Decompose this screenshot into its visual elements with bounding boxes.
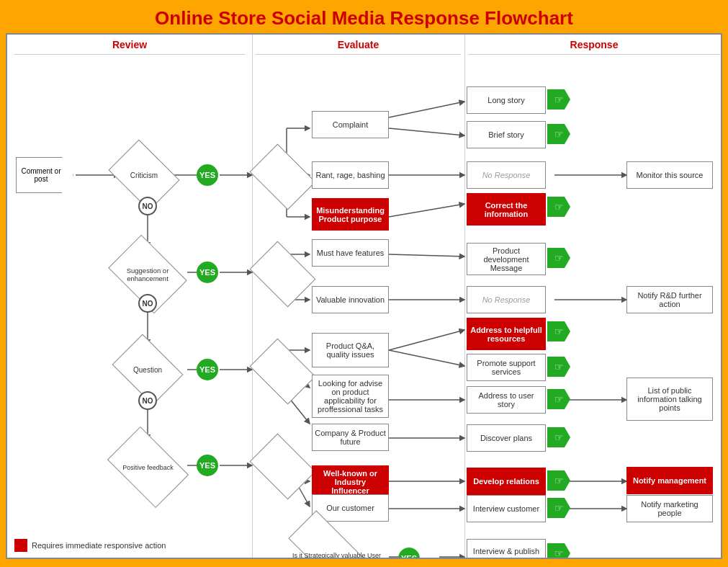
product-dev-box: Product development Message	[467, 243, 546, 275]
well-known-box: Well-known or Industry Influencer	[312, 465, 389, 498]
long-story-hand[interactable]: ☞	[547, 89, 570, 110]
valuable-box: Valuable innovation	[312, 286, 389, 313]
notify-rd-label: Notify R&D further action	[629, 291, 710, 308]
col-header-review: Review	[14, 35, 245, 55]
notify-marketing-box: Notify marketing people	[626, 495, 713, 522]
question-yes-circle: YES	[197, 359, 218, 380]
strategically-diamond: Is it Strategically valuable User Story?	[288, 539, 385, 559]
interview-customer-hand[interactable]: ☞	[547, 498, 570, 518]
misunderstanding-label: Misunderstanding Product purpose	[315, 206, 386, 223]
rant-box: Rant, rage, bashing	[312, 161, 389, 189]
comment-post-label: Comment or post	[17, 167, 73, 183]
svg-line-9	[389, 102, 464, 117]
long-story-box: Long story	[467, 86, 546, 114]
notify-marketing-label: Notify marketing people	[629, 500, 710, 517]
col-header-response: Response	[468, 35, 720, 55]
our-customer-label: Our customer	[326, 504, 374, 512]
company-future-box: Company & Product future	[312, 424, 389, 451]
strategically-yes-label: YES	[401, 554, 417, 559]
svg-line-13	[389, 204, 464, 217]
positive-feedback-label: Positive feedback	[122, 464, 174, 471]
eval-suggestion-diamond	[256, 254, 310, 294]
svg-line-34	[389, 330, 464, 350]
promote-support-box: Promote support services	[467, 354, 546, 381]
address-user-label: Address to user story	[469, 391, 543, 408]
positive-yes-label: YES	[199, 461, 215, 470]
question-diamond: Question	[119, 348, 176, 391]
no-response-1-box: No Response	[467, 161, 546, 189]
interview-publish-box: Interview & publish user story	[467, 539, 546, 559]
no-response-2-label: No Response	[482, 295, 531, 304]
develop-relations-box: Develop relations	[467, 468, 546, 495]
interview-publish-hand[interactable]: ☞	[547, 543, 570, 559]
interview-publish-label: Interview & publish user story	[469, 547, 543, 560]
promote-support-label: Promote support services	[469, 359, 543, 376]
no-response-1-label: No Response	[482, 171, 531, 179]
criticism-yes-circle: YES	[197, 164, 218, 186]
discover-plans-hand[interactable]: ☞	[547, 427, 570, 447]
looking-advise-box: Looking for advise on product applicabil…	[312, 375, 389, 418]
page-title: Online Store Social Media Response Flowc…	[0, 0, 728, 33]
question-label: Question	[133, 366, 162, 374]
suggestion-yes-circle: YES	[197, 262, 218, 283]
no-response-2-box: No Response	[467, 286, 546, 313]
address-helpful-hand[interactable]: ☞	[547, 321, 570, 341]
legend: Requires immediate responsive action	[14, 539, 166, 552]
rant-label: Rant, rage, bashing	[315, 171, 385, 179]
interview-customer-label: Interview customer	[473, 504, 539, 513]
long-story-label: Long story	[487, 96, 524, 104]
question-no-circle: NO	[138, 391, 157, 410]
list-public-label: List of public information talking point…	[629, 386, 710, 412]
interview-customer-box: Interview customer	[467, 495, 546, 522]
svg-line-22	[389, 254, 464, 256]
criticism-no-circle: NO	[138, 197, 157, 215]
brief-story-hand[interactable]: ☞	[547, 124, 570, 144]
correct-info-box: Correct the information	[467, 193, 546, 226]
strategically-label: Is it Strategically valuable User Story?	[289, 552, 384, 560]
correct-info-hand[interactable]: ☞	[547, 197, 570, 217]
correct-info-label: Correct the information	[469, 201, 543, 218]
monitor-source-label: Monitor this source	[637, 171, 704, 179]
suggestion-no-circle: NO	[138, 294, 157, 313]
product-qa-label: Product Q&A, quality issues	[315, 341, 386, 359]
legend-red-box	[14, 539, 27, 552]
complaint-label: Complaint	[333, 120, 369, 129]
suggestion-yes-label: YES	[199, 268, 215, 277]
col-header-evaluate: Evaluate	[256, 35, 461, 55]
suggestion-diamond: Suggestion or enhancement	[115, 251, 180, 298]
question-no-label: NO	[143, 397, 153, 405]
address-user-hand[interactable]: ☞	[547, 389, 570, 409]
notify-rd-box: Notify R&D further action	[626, 286, 713, 313]
looking-advise-label: Looking for advise on product applicabil…	[315, 379, 386, 414]
discover-plans-box: Discover plans	[467, 424, 546, 452]
comment-post-shape: Comment or post	[16, 157, 73, 193]
notify-mgmt-label: Notify management	[633, 476, 706, 485]
list-public-box: List of public information talking point…	[626, 378, 713, 421]
complaint-box: Complaint	[312, 111, 389, 138]
strategically-yes-circle: YES	[398, 548, 420, 559]
question-yes-label: YES	[199, 365, 215, 374]
suggestion-label: Suggestion or enhancement	[115, 267, 180, 282]
eval-question-diamond	[256, 352, 310, 391]
valuable-label: Valuable innovation	[316, 295, 385, 304]
positive-yes-circle: YES	[197, 455, 218, 476]
must-have-box: Must have features	[312, 239, 389, 267]
divider-2	[464, 35, 465, 558]
develop-relations-label: Develop relations	[473, 477, 539, 486]
notify-mgmt-box: Notify management	[626, 467, 713, 494]
positive-feedback-diamond: Positive feedback	[114, 444, 182, 491]
suggestion-no-label: NO	[143, 300, 153, 308]
promote-support-hand[interactable]: ☞	[547, 357, 570, 377]
svg-line-10	[389, 128, 464, 135]
product-dev-hand[interactable]: ☞	[547, 248, 570, 268]
address-helpful-label: Address to helpfull resources	[469, 326, 543, 343]
product-dev-label: Product development Message	[469, 246, 543, 272]
main-container: Online Store Social Media Response Flowc…	[0, 0, 728, 567]
monitor-source-box: Monitor this source	[626, 161, 713, 189]
misunderstanding-box: Misunderstanding Product purpose	[312, 198, 389, 231]
chart-area: Review Evaluate Response	[6, 33, 722, 559]
develop-relations-hand[interactable]: ☞	[547, 470, 570, 491]
company-future-label: Company & Product future	[315, 429, 386, 446]
must-have-label: Must have features	[317, 249, 385, 257]
criticism-label: Criticism	[130, 171, 158, 179]
